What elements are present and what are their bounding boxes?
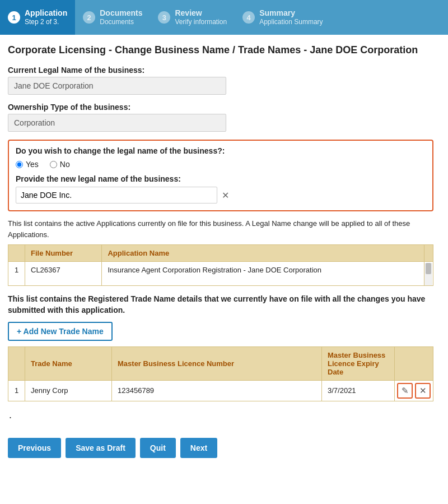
step-3-text: Review Verify information xyxy=(175,8,227,27)
delete-trade-button[interactable]: ✕ xyxy=(415,383,431,399)
new-name-input[interactable] xyxy=(16,187,217,204)
step-4-sub: Application Summary xyxy=(259,18,323,27)
save-draft-button[interactable]: Save as Draft xyxy=(66,438,136,458)
applications-table: File Number Application Name 1 CL26367 I… xyxy=(8,244,433,286)
action-buttons-container: ✎ ✕ xyxy=(397,383,431,399)
current-legal-name-value: Jane DOE Corporation xyxy=(8,77,226,95)
current-legal-name-label: Current Legal Name of the business: xyxy=(8,66,440,75)
step-4-number: 4 xyxy=(242,11,255,24)
new-name-input-row: ✕ xyxy=(16,187,426,204)
scroll-header xyxy=(424,245,433,262)
step-2-text: Documents Documents xyxy=(100,8,142,27)
app-col-file: File Number xyxy=(25,245,102,262)
trade-table-body: 1 Jenny Corp 123456789 3/7/2021 ✎ ✕ xyxy=(8,380,433,401)
previous-button[interactable]: Previous xyxy=(8,438,61,458)
trade-col-name: Trade Name xyxy=(25,346,112,380)
applications-table-header: File Number Application Name xyxy=(8,245,433,262)
ownership-type-value: Corporation xyxy=(8,114,226,132)
edit-trade-button[interactable]: ✎ xyxy=(397,383,413,399)
trade-row-licence: 123456789 xyxy=(112,380,322,401)
step-3-title: Review xyxy=(175,8,227,18)
step-4-title: Summary xyxy=(259,8,323,18)
progress-step-1[interactable]: 1 Application Step 2 of 3. xyxy=(0,0,75,35)
page-title: Corporate Licensing - Change Business Na… xyxy=(8,44,440,57)
table-row: 1 CL26367 Insurance Agent Corporation Re… xyxy=(8,262,433,286)
yes-label: Yes xyxy=(26,160,39,169)
scroll-header-2 xyxy=(395,346,433,380)
app-row-appname: Insurance Agent Corporation Registration… xyxy=(102,262,424,286)
legal-change-question: Do you wish to change the legal name of … xyxy=(16,146,426,155)
table-row: 1 Jenny Corp 123456789 3/7/2021 ✎ ✕ xyxy=(8,380,433,401)
progress-bar: 1 Application Step 2 of 3. 2 Documents D… xyxy=(0,0,448,35)
step-1-sub: Step 2 of 3. xyxy=(25,18,67,27)
new-name-label: Provide the new legal name of the busine… xyxy=(16,174,426,183)
trade-action-cell: ✎ ✕ xyxy=(395,380,433,401)
trade-row-expiry: 3/7/2021 xyxy=(322,380,395,401)
trade-col-expiry: Master Business Licence Expiry Date xyxy=(322,346,395,380)
bottom-buttons: Previous Save as Draft Quit Next xyxy=(0,432,448,466)
add-trade-name-button[interactable]: + Add New Trade Name xyxy=(8,322,113,341)
dot-separator: . xyxy=(9,409,440,421)
yes-radio-label[interactable]: Yes xyxy=(16,160,39,169)
applications-table-body: 1 CL26367 Insurance Agent Corporation Re… xyxy=(8,262,433,286)
step-2-sub: Documents xyxy=(100,18,142,27)
app-col-num xyxy=(8,245,25,262)
ownership-type-label: Ownership Type of the business: xyxy=(8,103,440,112)
app-row-file: CL26367 xyxy=(25,262,102,286)
applications-note: This list contains the active Applicatio… xyxy=(8,218,433,240)
step-2-title: Documents xyxy=(100,8,142,18)
trade-col-num xyxy=(8,346,25,380)
main-content: Corporate Licensing - Change Business Na… xyxy=(0,35,448,432)
step-1-number: 1 xyxy=(8,11,20,24)
next-button[interactable]: Next xyxy=(180,438,217,458)
trade-table-header: Trade Name Master Business Licence Numbe… xyxy=(8,346,433,380)
trade-row-num: 1 xyxy=(8,380,25,401)
step-1-title: Application xyxy=(25,8,67,18)
step-1-text: Application Step 2 of 3. xyxy=(25,8,67,27)
yes-radio[interactable] xyxy=(16,161,23,168)
quit-button[interactable]: Quit xyxy=(140,438,176,458)
step-3-sub: Verify information xyxy=(175,18,227,27)
clear-new-name-button[interactable]: ✕ xyxy=(217,190,234,201)
progress-step-2[interactable]: 2 Documents Documents xyxy=(75,0,150,35)
trade-row-name: Jenny Corp xyxy=(25,380,112,401)
no-label: No xyxy=(60,160,70,169)
step-3-number: 3 xyxy=(158,11,170,24)
trade-names-table: Trade Name Master Business Licence Numbe… xyxy=(8,346,433,401)
progress-step-4[interactable]: 4 Summary Application Summary xyxy=(235,0,330,35)
legal-change-box: Do you wish to change the legal name of … xyxy=(8,140,433,211)
trade-col-licence: Master Business Licence Number xyxy=(112,346,322,380)
step-4-text: Summary Application Summary xyxy=(259,8,323,27)
app-row-num: 1 xyxy=(8,262,25,286)
app-col-appname: Application Name xyxy=(102,245,424,262)
no-radio[interactable] xyxy=(50,161,57,168)
yes-no-radio-row: Yes No xyxy=(16,160,426,169)
trade-section-note: This list contains the Registered Trade … xyxy=(8,294,433,316)
scroll-cell xyxy=(424,262,433,286)
progress-step-3[interactable]: 3 Review Verify information xyxy=(150,0,235,35)
step-2-number: 2 xyxy=(83,11,95,24)
no-radio-label[interactable]: No xyxy=(50,160,70,169)
